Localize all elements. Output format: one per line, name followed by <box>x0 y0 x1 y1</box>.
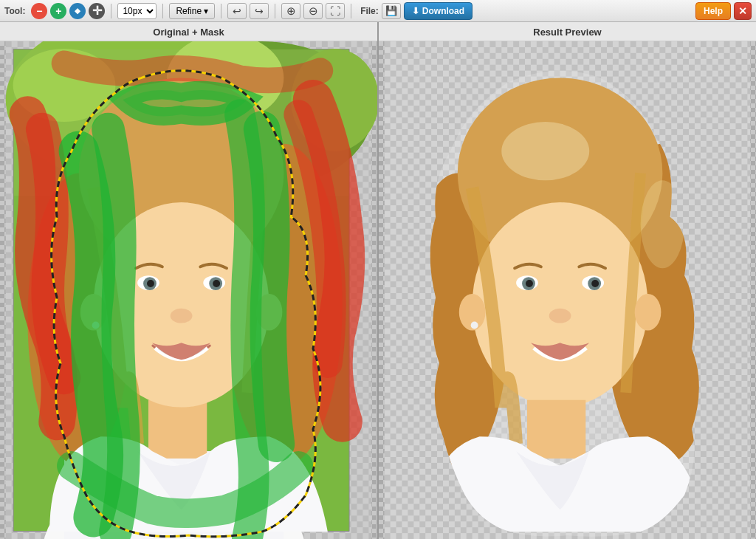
close-button[interactable]: ✕ <box>734 2 752 20</box>
close-icon: ✕ <box>738 5 747 17</box>
separator-4 <box>275 4 275 18</box>
minus-icon: − <box>36 5 42 17</box>
refine-button[interactable]: Refine ▾ <box>169 3 215 19</box>
left-canvas[interactable] <box>0 41 377 539</box>
brush-size-select[interactable]: 2px 5px 10px 20px 30px <box>117 3 157 19</box>
help-button[interactable]: Help <box>695 2 731 20</box>
svg-point-26 <box>147 280 154 287</box>
marker-tool-button[interactable]: ◆ <box>69 3 86 19</box>
marker-icon: ◆ <box>75 7 80 15</box>
cross-icon: ✛ <box>92 4 102 18</box>
zoom-in-icon: ⊕ <box>286 4 296 18</box>
right-canvas[interactable] <box>379 41 756 539</box>
undo-button[interactable]: ↩ <box>227 3 247 19</box>
add-tool-button[interactable]: + <box>50 3 66 19</box>
file-label: File: <box>360 6 379 16</box>
fit-button[interactable]: ⛶ <box>326 3 345 19</box>
separator-1 <box>111 4 111 18</box>
main-area: Original + Mask <box>0 22 756 539</box>
save-button[interactable]: 💾 <box>382 3 401 19</box>
redo-button[interactable]: ↪ <box>250 3 269 19</box>
svg-point-48 <box>526 280 533 287</box>
left-panel: Original + Mask <box>0 22 379 539</box>
zoom-out-icon: ⊖ <box>309 4 318 18</box>
right-canvas-svg <box>379 41 756 539</box>
toolbar: Tool: − + ◆ ✛ 2px 5px 10px 20px 30px Ref… <box>0 0 756 22</box>
redo-icon: ↪ <box>255 5 264 17</box>
zoom-out-button[interactable]: ⊖ <box>303 3 323 19</box>
svg-point-54 <box>501 122 589 180</box>
separator-2 <box>162 4 163 18</box>
download-label: Download <box>422 6 464 16</box>
download-button[interactable]: ⬇ Download <box>404 2 472 20</box>
refine-label: Refine <box>176 6 202 16</box>
help-label: Help <box>704 6 723 16</box>
zoom-in-button[interactable]: ⊕ <box>281 3 300 19</box>
left-panel-title: Original + Mask <box>0 22 377 41</box>
svg-point-53 <box>471 322 478 329</box>
svg-rect-16 <box>148 400 207 459</box>
plus-icon: + <box>55 5 61 17</box>
left-canvas-svg <box>0 41 377 539</box>
svg-rect-43 <box>527 400 585 459</box>
undo-icon: ↩ <box>233 5 241 17</box>
erase-tool-button[interactable]: − <box>31 3 47 19</box>
separator-5 <box>351 4 351 18</box>
right-panel: Result Preview <box>379 22 756 539</box>
tool-label: Tool: <box>4 6 25 16</box>
separator-3 <box>221 4 221 18</box>
svg-point-49 <box>591 280 599 287</box>
cursor-tool-button[interactable]: ✛ <box>89 3 105 19</box>
refine-chevron-icon: ▾ <box>204 6 208 16</box>
svg-point-52 <box>635 294 662 331</box>
download-arrow-icon: ⬇ <box>412 6 419 16</box>
fit-icon: ⛶ <box>330 5 340 17</box>
right-panel-title: Result Preview <box>379 22 756 41</box>
svg-point-50 <box>549 309 571 323</box>
save-icon: 💾 <box>385 5 397 16</box>
svg-point-28 <box>171 309 193 323</box>
svg-point-27 <box>213 280 220 287</box>
